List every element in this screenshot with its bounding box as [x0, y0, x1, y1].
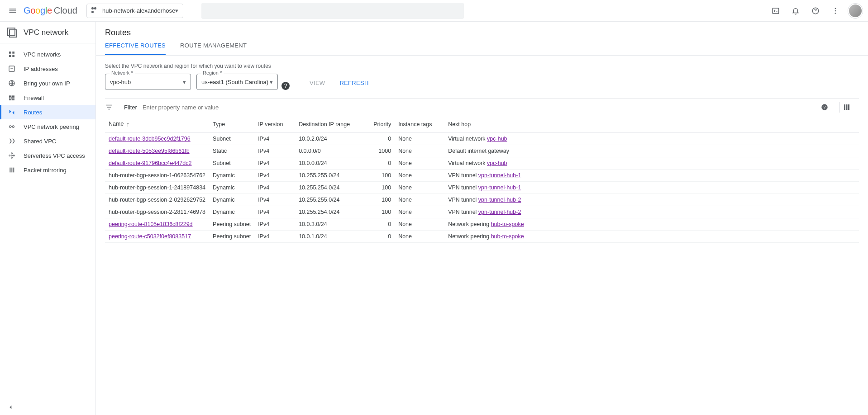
sidebar-item-shared-vpc[interactable]: Shared VPC [0, 134, 95, 148]
tab-effective-routes[interactable]: EFFECTIVE ROUTES [105, 42, 166, 55]
sidebar-item-bring-your-own-ip[interactable]: Bring your own IP [0, 76, 95, 90]
col-type[interactable]: Type [209, 116, 254, 133]
project-scope-icon [91, 7, 99, 14]
cloud-shell-button[interactable] [767, 2, 785, 20]
route-name-link[interactable]: default-route-91796bcc4e447dc2 [109, 160, 191, 166]
sidebar-item-vpc-network-peering[interactable]: VPC network peering [0, 119, 95, 134]
svg-rect-8 [12, 55, 14, 57]
cell-name: default-route-91796bcc4e447dc2 [105, 157, 209, 170]
cell-instance-tags: None [395, 145, 444, 157]
grid-icon [7, 50, 16, 59]
svg-point-20 [9, 155, 10, 156]
chevron-left-icon [7, 404, 14, 411]
collapse-sidebar-button[interactable] [0, 399, 95, 415]
route-name-link[interactable]: default-route-3dcb95ec9d2f1796 [109, 136, 191, 142]
sidebar-item-ip-addresses[interactable]: IP addresses [0, 61, 95, 76]
sidebar-item-routes[interactable]: Routes [0, 105, 95, 119]
next-hop-link[interactable]: vpn-tunnel-hub-2 [478, 209, 521, 215]
col-name[interactable]: Name↑ [105, 116, 209, 133]
cell-ip-version: IPv4 [254, 157, 295, 170]
cell-ip-version: IPv4 [254, 133, 295, 145]
global-search-input[interactable] [201, 3, 464, 19]
cell-destination: 10.0.1.0/24 [295, 231, 367, 243]
table-row: default-route-5053ee95f86b61fbStaticIPv4… [105, 145, 859, 157]
region-select[interactable]: Region * us-east1 (South Carolina) ▾ [196, 74, 278, 90]
refresh-button[interactable]: REFRESH [335, 76, 373, 90]
table-row: peering-route-c5032f0ef8083517Peering su… [105, 231, 859, 243]
table-row: default-route-91796bcc4e447dc2SubnetIPv4… [105, 157, 859, 170]
table-row: hub-router-bgp-session-1-0626354762Dynam… [105, 170, 859, 182]
cell-name: hub-router-bgp-session-2-2811746978 [105, 206, 209, 218]
sidebar-item-label: Serverless VPC access [24, 152, 85, 159]
cell-instance-tags: None [395, 133, 444, 145]
help-button[interactable] [806, 2, 825, 20]
cell-type: Peering subnet [209, 231, 254, 243]
sidebar-item-label: Packet mirroring [24, 167, 67, 174]
sidebar-item-serverless-vpc-access[interactable]: Serverless VPC access [0, 148, 95, 163]
cell-ip-version: IPv4 [254, 182, 295, 194]
network-select[interactable]: Network * vpc-hub ▾ [105, 74, 191, 90]
cell-type: Static [209, 145, 254, 157]
region-help-icon[interactable]: ? [281, 82, 290, 90]
filter-input[interactable] [142, 104, 820, 111]
top-bar: Google Cloud hub-network-alexanderhose ▾ [0, 0, 868, 22]
route-name-link[interactable]: peering-route-c5032f0ef8083517 [109, 233, 191, 240]
notifications-button[interactable] [787, 2, 805, 20]
firewall-icon [7, 93, 16, 102]
google-cloud-logo[interactable]: Google Cloud [24, 5, 77, 16]
column-display-options-button[interactable] [843, 103, 859, 111]
network-select-label: Network * [110, 70, 135, 75]
col-ip-version[interactable]: IP version [254, 116, 295, 133]
cell-destination: 10.0.3.0/24 [295, 218, 367, 231]
cell-next-hop: Network peering hub-to-spoke [444, 218, 859, 231]
svg-rect-30 [846, 104, 848, 110]
cell-priority: 100 [367, 194, 395, 206]
more-options-button[interactable] [826, 2, 844, 20]
cell-instance-tags: None [395, 157, 444, 170]
svg-point-21 [13, 155, 14, 156]
tab-route-management[interactable]: ROUTE MANAGEMENT [180, 42, 247, 55]
cell-ip-version: IPv4 [254, 206, 295, 218]
col-priority[interactable]: Priority [367, 116, 395, 133]
network-select-value: vpc-hub [110, 79, 131, 85]
project-picker[interactable]: hub-network-alexanderhose ▾ [86, 4, 183, 18]
sidebar: VPC network VPC networksIP addressesBrin… [0, 22, 96, 415]
next-hop-link[interactable]: hub-to-spoke [491, 233, 524, 240]
cell-priority: 1000 [367, 145, 395, 157]
cell-instance-tags: None [395, 218, 444, 231]
cell-ip-version: IPv4 [254, 231, 295, 243]
svg-point-4 [835, 12, 836, 14]
view-button[interactable]: VIEW [305, 76, 329, 90]
col-instance-tags[interactable]: Instance tags [395, 116, 444, 133]
route-name-link[interactable]: default-route-5053ee95f86b61fb [109, 148, 190, 154]
page-body: Select the VPC network and region for wh… [96, 56, 868, 250]
cell-destination: 0.0.0.0/0 [295, 145, 367, 157]
hamburger-menu-button[interactable] [4, 2, 22, 20]
sidebar-item-packet-mirroring[interactable]: Packet mirroring [0, 163, 95, 177]
filter-help-icon[interactable]: ? [820, 103, 837, 111]
cell-instance-tags: None [395, 206, 444, 218]
svg-rect-25 [11, 168, 12, 173]
chevron-down-icon: ▾ [183, 79, 186, 85]
svg-rect-29 [844, 104, 845, 110]
svg-rect-12 [12, 95, 14, 97]
svg-rect-24 [10, 168, 10, 173]
next-hop-link[interactable]: vpn-tunnel-hub-1 [478, 184, 521, 191]
next-hop-link[interactable]: vpc-hub [487, 160, 507, 166]
shared-icon [7, 137, 16, 146]
next-hop-link[interactable]: vpc-hub [487, 136, 507, 142]
route-name-link[interactable]: peering-route-8105e1836c8f229d [109, 221, 193, 227]
next-hop-link[interactable]: vpn-tunnel-hub-1 [478, 172, 521, 179]
sidebar-nav: VPC networksIP addressesBring your own I… [0, 43, 95, 399]
filter-label: Filter [124, 104, 137, 111]
svg-point-19 [11, 155, 13, 156]
next-hop-link[interactable]: hub-to-spoke [491, 221, 524, 227]
col-destination[interactable]: Destination IP range [295, 116, 367, 133]
col-next-hop[interactable]: Next hop [444, 116, 859, 133]
account-avatar[interactable] [848, 4, 863, 18]
svg-rect-6 [12, 52, 14, 54]
sidebar-item-vpc-networks[interactable]: VPC networks [0, 47, 95, 61]
next-hop-link[interactable]: vpn-tunnel-hub-2 [478, 197, 521, 203]
sidebar-item-firewall[interactable]: Firewall [0, 90, 95, 105]
svg-rect-15 [9, 99, 11, 100]
